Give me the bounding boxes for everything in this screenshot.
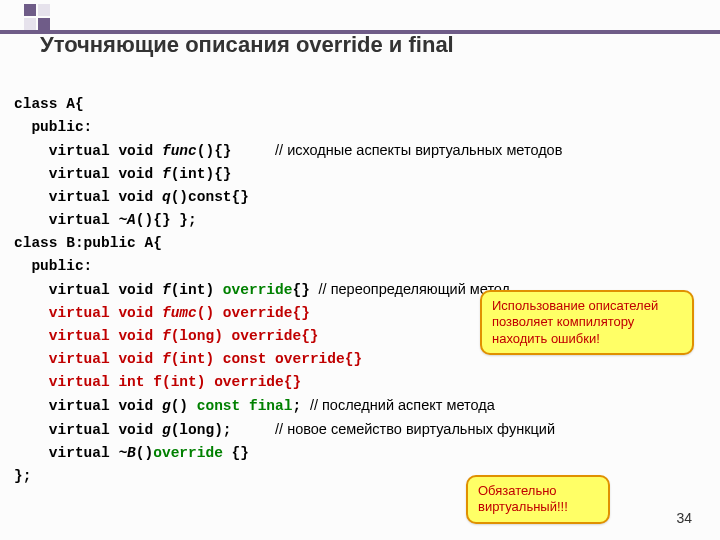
code-line: virtual void g() const final; // последн… (14, 398, 495, 414)
code-line: virtual void f(int) const override{} (14, 351, 362, 367)
code-line: virtual void g(long); // новое семейство… (14, 422, 555, 438)
code-line: virtual void f(int) override{} // переоп… (14, 282, 510, 298)
callout-compiler-errors: Использование описателей позволяет компи… (480, 290, 694, 355)
code-line: virtual void f(long) override{} (14, 328, 319, 344)
code-line: virtual void f(int){} (14, 166, 232, 182)
code-line: public: (14, 119, 92, 135)
page-number: 34 (676, 510, 692, 526)
code-line: class B:public A{ (14, 235, 162, 251)
callout-must-be-virtual: Обязательно виртуальный!!! (466, 475, 610, 524)
code-line: virtual void q()const{} (14, 189, 249, 205)
code-line: class A{ (14, 96, 84, 112)
code-line: }; (14, 468, 31, 484)
code-line: virtual void func(){} // исходные аспект… (14, 143, 562, 159)
code-block: class A{ public: virtual void func(){} /… (14, 70, 562, 488)
code-line: virtual ~A(){} }; (14, 212, 197, 228)
slide-title: Уточняющие описания override и final (40, 32, 454, 58)
code-line: public: (14, 258, 92, 274)
code-line: virtual ~B()override {} (14, 445, 249, 461)
code-line: virtual void fumc() override{} (14, 305, 310, 321)
code-line: virtual int f(int) override{} (14, 374, 301, 390)
